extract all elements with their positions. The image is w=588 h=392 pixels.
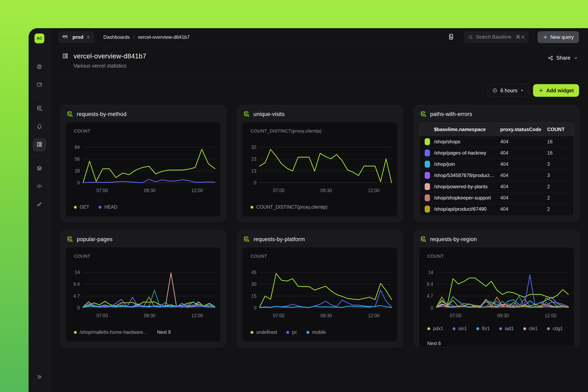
widget-title: unique-visits [253,111,284,118]
legend-item[interactable]: COUNT_DISTINCT(proxy.clientip) [250,204,327,210]
legend-item[interactable]: pc [286,330,297,335]
svg-text:07:00: 07:00 [450,313,462,318]
legend-item[interactable]: cdg1 [547,326,563,331]
svg-text:14: 14 [75,270,80,275]
dashboard-controls: 6 hours Add widget [50,76,588,105]
svg-text:14: 14 [428,270,433,275]
sidebar-item-code[interactable] [33,180,46,193]
legend-item[interactable]: pdx1 [427,326,443,331]
table-row[interactable]: /shop/pages-of-hackney40416 [419,147,574,158]
legend-item[interactable]: mobile [306,330,326,335]
sidebar-item-dashboards[interactable] [33,138,46,152]
legend-dot-icon [306,331,309,334]
svg-text:07:00: 07:00 [96,313,108,318]
breadcrumb-dashboards[interactable]: Dashboards [103,34,130,40]
table-cell: 404 [500,184,547,190]
series-color-chip [425,194,430,201]
widget-title: paths-with-errors [430,111,472,118]
legend-next-button[interactable]: Next 6 [427,341,441,346]
sidebar-item-queries[interactable] [33,102,46,116]
new-query-button[interactable]: New query [538,31,579,43]
table-cell: 2 [547,184,574,190]
table-row[interactable]: /shop/powered-by-plants4042 [419,181,574,192]
table-cell: /shop/pages-of-hackney [434,150,500,156]
series-color-chip [425,172,430,179]
share-icon [548,55,554,61]
table-cell: 404 [500,172,547,178]
widget-title: requests-by-method [77,111,126,118]
legend-dot-icon [286,331,289,334]
time-range-selector[interactable]: 6 hours [488,84,528,97]
svg-text:0: 0 [254,305,257,310]
sidebar-item-keys[interactable] [33,198,46,211]
legend-item[interactable]: iad1 [499,326,514,331]
legend-label: mobile [312,330,326,335]
sidebar-item-alerts[interactable] [33,120,46,134]
table-header-cell: proxy.statusCode [500,126,547,132]
legend-item[interactable]: cle1 [523,326,538,331]
table-cell: 3 [547,161,574,167]
legend-next-button[interactable]: Next 9 [157,330,171,335]
svg-text:84: 84 [75,144,80,150]
legend-label: sin1 [458,326,467,331]
legend-item[interactable]: GET [74,204,89,210]
table-cell: 404 [500,206,547,212]
legend-dot-icon [250,331,253,334]
legend-item[interactable]: sin1 [453,326,467,331]
widget-requests-by-region: requests-by-region COUNT 149.44.7007:000… [414,230,580,347]
series-color-chip [425,138,430,145]
table-row[interactable]: /shop/api/product/674904042 [419,203,574,214]
avatar[interactable]: AC [34,34,44,43]
triangle-down-icon [520,88,524,92]
breadcrumb-separator: / [133,34,134,40]
legend-item[interactable]: HEAD [98,204,118,210]
sidebar-item-layers[interactable] [33,162,46,176]
add-widget-button[interactable]: Add widget [533,84,579,97]
breadcrumb-current[interactable]: vercel-overview-d841b7 [138,34,190,40]
changelog-button[interactable] [447,33,455,42]
table-row[interactable]: /shop/shops40416 [419,136,574,147]
table-cell: 16 [547,150,574,156]
environment-selector[interactable]: aws prod [58,31,94,43]
database-search-icon [243,111,250,118]
table-cell: 2 [547,206,574,212]
sidebar-item-wallet[interactable] [33,78,46,92]
legend-item[interactable]: lhr1 [476,326,490,331]
legend-item[interactable]: /shop/malletts-home-hardware… [74,330,148,335]
table-cell: /shop/join [434,161,500,167]
svg-text:13: 13 [251,168,256,174]
legend-item[interactable]: undefined [250,330,277,335]
key-icon [36,201,42,208]
svg-text:09:30: 09:30 [144,313,156,318]
widget-unique-visits: unique-visits COUNT_DISTINCT(proxy.clien… [237,105,402,222]
clock-icon [492,88,498,93]
app-window: AC [28,28,588,392]
svg-text:09:30: 09:30 [320,313,332,318]
chart-legend: undefinedpcmobile [242,326,397,336]
table-cell: /shop/534587678/product… [434,172,500,178]
chart-legend: COUNT_DISTINCT(proxy.clientip) [242,201,397,211]
layout-dashboard-icon [36,141,42,148]
bug-icon [36,64,42,70]
table-cell: /shop/powered-by-plants [434,184,500,190]
code-icon [36,183,42,190]
sidebar-expand-button[interactable] [33,370,46,384]
new-query-label: New query [550,34,574,40]
table-row[interactable]: /shop/shopkeeper-support4042 [419,192,574,203]
line-chart: 149.44.7007:0009:3012:00 [66,259,220,322]
sidebar-item-bug[interactable] [33,60,46,74]
svg-text:09:30: 09:30 [497,313,509,318]
table-row[interactable]: /shop/join4043 [419,158,574,170]
metric-label: COUNT [66,254,220,259]
search-input[interactable]: Search Baselime ⌘ K [464,31,528,43]
share-button[interactable]: Share [548,55,578,61]
svg-text:9.4: 9.4 [427,282,433,287]
plus-icon [538,88,544,93]
chart-panel: COUNT 149.44.7007:0009:3012:00 /shop/mal… [66,248,220,342]
legend-label: undefined [256,330,277,335]
sidebar-divider [34,97,45,97]
table-row[interactable]: /shop/534587678/product…4043 [419,170,574,181]
page-header: vercel-overview-d841b7 Various vercel st… [50,46,588,76]
line-chart: 453015007:0009:3012:00 [242,259,397,322]
table-cell: 2 [547,195,574,201]
